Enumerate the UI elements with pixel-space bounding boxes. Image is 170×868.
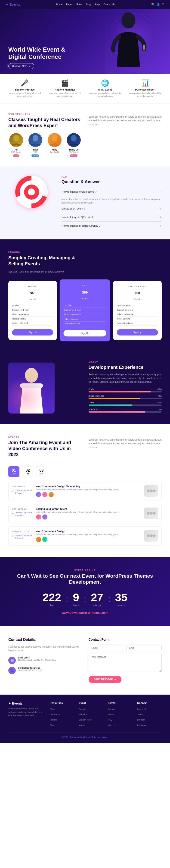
- speaker-name-2: Mary: [47, 148, 62, 151]
- phone-value: +00 216 (000) 000 000 000: [18, 669, 43, 672]
- submit-label: SEND MESSAGE: [94, 678, 113, 681]
- footer-link-blog[interactable]: Blog: [50, 724, 54, 726]
- event-list: 8:00 - 9:00 am 📍Hamberg Reg. Level 2, Ro…: [8, 482, 162, 546]
- dev-skill-name-3: SEO/SEM: [89, 408, 98, 410]
- event-speakers-2: [36, 537, 141, 542]
- dev-title: Development Experience: [89, 365, 162, 370]
- qa-toggle-2[interactable]: +: [160, 215, 162, 219]
- search-icon[interactable]: 🔍: [151, 3, 155, 6]
- navbar: ✦ Eventz Home Pages Event Blog Shop Cont…: [0, 0, 170, 9]
- qa-title: Question & Answer: [62, 180, 162, 184]
- dev-skill-name-0: Profile: [89, 388, 95, 390]
- footer-link-twitter[interactable]: Twitter: [137, 713, 143, 716]
- speaker-name-0: Ali: [8, 148, 24, 151]
- feature-desc-1: Maecenas varius finibus elit ad nisi tor…: [49, 92, 81, 98]
- footer-brand: ✦ Eventz Innovative Platforms Design and…: [8, 702, 45, 728]
- feature-desc-0: Maecenas varius finibus elit ad nisi tor…: [8, 92, 41, 98]
- footer-link-privacy[interactable]: Privacy: [108, 708, 115, 710]
- nav-link-event[interactable]: Event: [76, 3, 82, 6]
- footer-link-speaker[interactable]: Speaker: [79, 708, 87, 710]
- speaker-avatar-3: [67, 133, 81, 147]
- nav-link-contact[interactable]: Contact Us: [103, 3, 115, 6]
- footer-link-schedule[interactable]: Schedule: [79, 713, 88, 716]
- pricing-btn-basic[interactable]: Sign Up: [12, 329, 53, 336]
- event-tags-2: Influential media, entertainment & techn…: [36, 533, 141, 536]
- phone-label: Contact No Telephone: [18, 667, 43, 669]
- site-logo[interactable]: ✦ Eventz: [5, 3, 20, 6]
- qa-toggle-3[interactable]: +: [160, 224, 162, 227]
- event-speakers-1: [36, 514, 141, 520]
- qa-item-2[interactable]: How to Integrate QR code ? +: [62, 213, 162, 222]
- feature-desc-2: Maecenas varius finibus elit ad nisi tor…: [89, 92, 121, 98]
- footer-link-faq[interactable]: FAQ: [108, 719, 112, 721]
- footer-link-venue[interactable]: Venue: [79, 724, 85, 726]
- svg-point-6: [71, 135, 76, 142]
- pricing-feature-item: Ticket Booking: [117, 317, 158, 321]
- footer-link-instagram[interactable]: Instagram: [137, 724, 146, 726]
- footer-link-terms[interactable]: Terms: [108, 713, 114, 716]
- pricing-features-0: 10 Sites Support for 1 year Video Confer…: [12, 304, 53, 326]
- event-location-1: 📍Hamberg Reg. Level 2, Room 5: [12, 512, 33, 517]
- speaker-badge-0: Live: [13, 154, 19, 157]
- countdown-num-seconds: 35: [115, 592, 128, 603]
- pricing-price-1: $69: [64, 289, 106, 298]
- footer-link-linkedin[interactable]: LinkedIn: [137, 719, 145, 721]
- pricing-feature-item: 100 Sites: [64, 303, 106, 308]
- footer-link-facebook[interactable]: Facebook: [137, 708, 146, 710]
- event-tab-2[interactable]: 03 Mar: [36, 466, 47, 477]
- user-icon[interactable]: 👤: [157, 3, 160, 6]
- footer-link-contact[interactable]: Contact Us: [50, 713, 60, 716]
- nav-link-pages[interactable]: Pages: [66, 3, 73, 6]
- discover-more-button[interactable]: Discover More ➤: [8, 63, 34, 69]
- form-message-input[interactable]: [89, 654, 162, 672]
- footer-link-license[interactable]: License: [108, 724, 115, 726]
- event-tab-month-0: Jan: [12, 472, 16, 475]
- pricing-btn-pro[interactable]: Sign Up: [64, 330, 106, 336]
- event-name-1: Scaling your Graph Client: [36, 507, 141, 510]
- countdown-url: www.DownloadNewThemes.com: [8, 611, 162, 615]
- qa-item-1[interactable]: Create zoom event ? +: [62, 205, 162, 213]
- pricing-plan-1: PRO: [64, 284, 106, 287]
- qa-toggle-0[interactable]: −: [160, 190, 162, 193]
- countdown-num-hours: 9: [73, 592, 79, 603]
- events-header: EVENTS Join The Amazing Event and Video …: [8, 436, 162, 461]
- menu-icon[interactable]: ☰: [162, 3, 165, 6]
- form-email-input[interactable]: [126, 645, 162, 651]
- dev-progress-3: SEO/SEM 78%: [89, 408, 162, 412]
- event-tab-0[interactable]: 01 Jan: [8, 466, 20, 477]
- event-item-2: 4:00 pm - 5:00 pm 📍Hamberg Reg. Level 2,…: [8, 527, 162, 546]
- discover-label: Discover More: [12, 65, 27, 67]
- footer-col-title-connect: Connect: [137, 702, 162, 704]
- qa-toggle-1[interactable]: +: [160, 207, 162, 211]
- dev-prog-fill-1: [89, 398, 140, 399]
- footer-logo-icon: ✦: [8, 702, 11, 705]
- nav-link-home[interactable]: Home: [56, 3, 63, 6]
- footer-brand-desc: Innovative Platforms Design and software…: [8, 707, 45, 717]
- qa-item-3[interactable]: How to change product currency ? +: [62, 222, 162, 230]
- footer-link-support[interactable]: Support Ticket: [79, 719, 92, 721]
- pricing-btn-enterprise[interactable]: Sign Up: [117, 329, 158, 336]
- footer-col-title-event: Event: [79, 702, 103, 704]
- speaker-card-2: Mary QA HEA L3: [47, 133, 62, 157]
- footer-link-portfolio[interactable]: Portfolio: [50, 719, 57, 721]
- pricing-feature-item: Ticket Booking: [64, 317, 106, 321]
- footer-link-about[interactable]: About Us: [50, 708, 58, 710]
- svg-point-0: [122, 12, 135, 29]
- form-name-input[interactable]: [89, 645, 124, 651]
- event-location-0: 📍Hamberg Reg. Level 2, Room 4: [12, 489, 33, 495]
- event-speaker-img: [36, 492, 41, 497]
- event-item-1: 9:00 - 10:00 am 📍Hamberg Reg. Level 2, R…: [8, 504, 162, 523]
- form-submit-button[interactable]: SEND MESSAGE ➤: [89, 676, 122, 683]
- nav-icons: 🔍 👤 ☰: [151, 3, 165, 6]
- event-tabs: 01 Jan 02 Feb 03 Mar: [8, 466, 162, 477]
- speaker-name-1: Brad: [28, 148, 43, 151]
- qa-answer-0: Morbi ut porttitor ex, ut ultrices metus…: [62, 196, 162, 205]
- event-tab-1[interactable]: 02 Feb: [22, 466, 33, 477]
- multi-event-icon: 🌐: [89, 79, 121, 87]
- feature-desc-3: Maecenas varius finibus elit ad nisi tor…: [129, 92, 162, 98]
- qa-item-0[interactable]: How to change event options ? −: [62, 188, 162, 196]
- nav-link-blog[interactable]: Blog: [86, 3, 91, 6]
- contact-details-title: Contact Details.: [8, 638, 82, 642]
- nav-link-shop[interactable]: Shop: [94, 3, 100, 6]
- contact-phone-item: 📞 Contact No Telephone +00 216 (000) 000…: [8, 667, 82, 674]
